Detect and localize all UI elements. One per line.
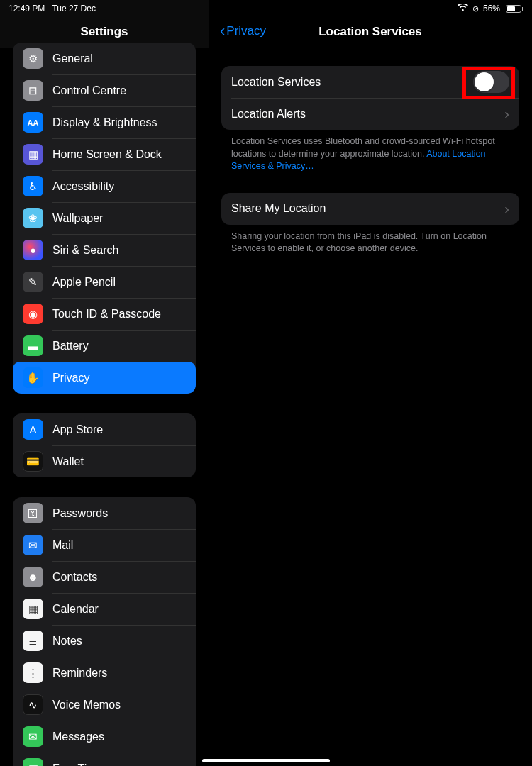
location-services-toggle[interactable]	[473, 71, 509, 93]
orientation-lock-icon: ⊘	[472, 4, 479, 13]
wifi-icon	[458, 4, 468, 13]
sidebar-item-label: Mail	[52, 539, 73, 552]
sidebar-item-messages[interactable]: ✉Messages	[13, 721, 196, 753]
fingerprint-icon: ◉	[23, 304, 43, 324]
sidebar-item-label: Contacts	[52, 571, 97, 584]
key-icon: ⚿	[23, 503, 43, 523]
location-footer-text: Location Services uses Bluetooth and cro…	[221, 130, 519, 173]
location-main-group: Location Services Location Alerts ›	[221, 66, 519, 130]
sidebar-item-label: Messages	[52, 731, 104, 743]
aa-icon: AA	[23, 112, 43, 133]
home-indicator[interactable]	[202, 759, 330, 762]
back-label: Privacy	[226, 24, 266, 38]
notes-icon: ≣	[23, 631, 43, 651]
location-services-row[interactable]: Location Services	[221, 66, 519, 98]
sidebar-item-label: App Store	[52, 423, 103, 436]
sidebar-item-label: Wallpaper	[52, 212, 103, 225]
sidebar-item-label: Apple Pencil	[52, 276, 116, 289]
calendar-icon: ▦	[23, 599, 43, 619]
toggle-knob	[475, 72, 494, 91]
sidebar-scroll[interactable]: ⚙︎General⊟Control CentreAADisplay & Brig…	[0, 43, 209, 766]
chevron-left-icon: ‹	[220, 23, 225, 39]
siri-icon: ●	[23, 240, 43, 260]
sidebar-item-privacy[interactable]: ✋Privacy	[13, 362, 196, 394]
sidebar-item-touch-id-passcode[interactable]: ◉Touch ID & Passcode	[13, 298, 196, 330]
location-alerts-label: Location Alerts	[231, 108, 504, 121]
sidebar-item-battery[interactable]: ▬Battery	[13, 330, 196, 362]
sidebar-item-label: Calendar	[52, 603, 99, 616]
chevron-right-icon: ›	[504, 106, 509, 122]
sidebar-item-app-store[interactable]: AApp Store	[13, 413, 196, 445]
contacts-icon: ☻	[23, 567, 43, 587]
sidebar-item-voice-memos[interactable]: ∿Voice Memos	[13, 689, 196, 721]
sidebar-item-mail[interactable]: ✉Mail	[13, 529, 196, 561]
sidebar-item-label: Control Centre	[52, 84, 126, 97]
gear-icon: ⚙︎	[23, 48, 43, 69]
share-footer-text: Sharing your location from this iPad is …	[221, 225, 519, 255]
sidebar-item-general[interactable]: ⚙︎General	[13, 43, 196, 74]
sidebar-item-label: Notes	[52, 635, 82, 648]
sidebar-item-facetime[interactable]: ▣FaceTime	[13, 753, 196, 766]
settings-group-apps: ⚿Passwords✉Mail☻Contacts▦Calendar≣Notes⋮…	[13, 497, 196, 766]
accessibility-icon: ♿︎	[23, 176, 43, 196]
messages-icon: ✉	[23, 726, 43, 747]
settings-group-store: AApp Store💳Wallet	[13, 413, 196, 477]
sidebar-item-label: Privacy	[52, 372, 89, 384]
sidebar-item-wallet[interactable]: 💳Wallet	[13, 445, 196, 477]
settings-group-device: ⚙︎General⊟Control CentreAADisplay & Brig…	[13, 43, 196, 394]
location-alerts-row[interactable]: Location Alerts ›	[221, 98, 519, 130]
toggles-icon: ⊟	[23, 80, 43, 101]
sidebar-item-label: Passwords	[52, 507, 108, 520]
sidebar-item-calendar[interactable]: ▦Calendar	[13, 593, 196, 625]
sidebar-item-label: Battery	[52, 340, 89, 353]
mail-icon: ✉	[23, 535, 43, 555]
sidebar-item-display-brightness[interactable]: AADisplay & Brightness	[13, 106, 196, 138]
sidebar-item-notes[interactable]: ≣Notes	[13, 625, 196, 657]
flower-icon: ❀	[23, 208, 43, 228]
sidebar-item-label: Touch ID & Passcode	[52, 308, 161, 321]
sidebar-item-home-screen-dock[interactable]: ▦Home Screen & Dock	[13, 138, 196, 170]
voicememo-icon: ∿	[23, 694, 43, 715]
status-date: Tue 27 Dec	[52, 4, 96, 13]
sidebar-item-reminders[interactable]: ⋮Reminders	[13, 657, 196, 689]
sidebar-item-label: Voice Memos	[52, 699, 121, 711]
back-button[interactable]: ‹ Privacy	[220, 23, 266, 39]
share-location-group: Share My Location ›	[221, 193, 519, 225]
wallet-icon: 💳	[23, 451, 43, 472]
settings-sidebar: Settings ⚙︎General⊟Control CentreAADispl…	[0, 0, 209, 766]
location-services-label: Location Services	[231, 76, 473, 89]
sidebar-item-wallpaper[interactable]: ❀Wallpaper	[13, 202, 196, 234]
sidebar-item-label: Reminders	[52, 667, 107, 679]
sidebar-item-label: Wallet	[52, 455, 84, 468]
facetime-icon: ▣	[23, 758, 43, 766]
status-time: 12:49 PM	[9, 4, 45, 13]
reminders-icon: ⋮	[23, 662, 43, 683]
sidebar-item-label: Siri & Search	[52, 244, 118, 257]
battery-percent: 56%	[483, 4, 500, 13]
sidebar-item-apple-pencil[interactable]: ✎Apple Pencil	[13, 266, 196, 298]
share-my-location-label: Share My Location	[231, 202, 504, 215]
status-bar: 12:49 PM Tue 27 Dec ⊘ 56%	[0, 0, 532, 17]
sidebar-item-label: Home Screen & Dock	[52, 148, 162, 161]
grid-icon: ▦	[23, 144, 43, 165]
sidebar-item-control-centre[interactable]: ⊟Control Centre	[13, 74, 196, 106]
sidebar-item-label: General	[52, 52, 93, 65]
sidebar-item-label: FaceTime	[52, 762, 103, 767]
pencil-icon: ✎	[23, 272, 43, 292]
hand-icon: ✋	[23, 367, 43, 388]
sidebar-item-siri-search[interactable]: ●Siri & Search	[13, 234, 196, 266]
appstore-icon: A	[23, 419, 43, 440]
sidebar-item-accessibility[interactable]: ♿︎Accessibility	[13, 170, 196, 202]
sidebar-item-passwords[interactable]: ⚿Passwords	[13, 497, 196, 529]
chevron-right-icon: ›	[504, 201, 509, 217]
battery-icon: ▬	[23, 335, 43, 356]
detail-panel: ‹ Privacy Location Services Location Ser…	[209, 0, 532, 766]
sidebar-item-label: Display & Brightness	[52, 116, 157, 129]
share-my-location-row[interactable]: Share My Location ›	[221, 193, 519, 225]
sidebar-title: Settings	[80, 25, 128, 39]
battery-icon	[504, 5, 523, 13]
sidebar-item-contacts[interactable]: ☻Contacts	[13, 561, 196, 593]
sidebar-item-label: Accessibility	[52, 180, 114, 193]
